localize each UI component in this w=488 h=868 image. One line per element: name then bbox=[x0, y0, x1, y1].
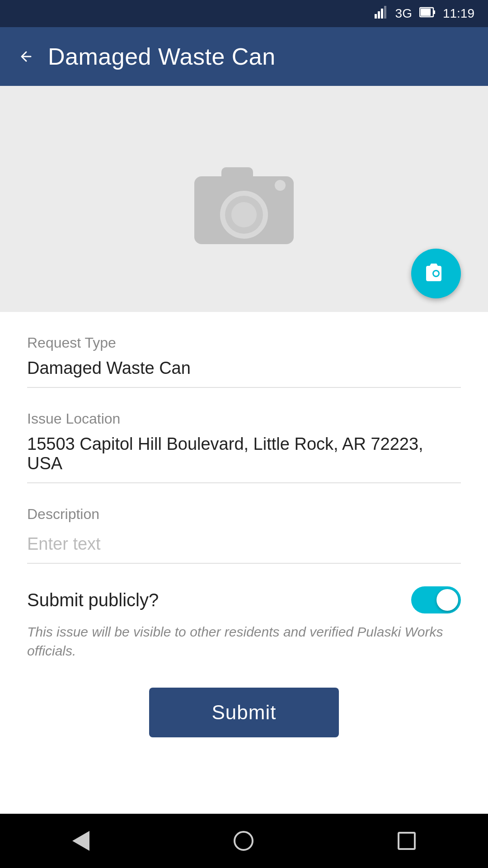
issue-location-value: 15503 Capitol Hill Boulevard, Little Roc… bbox=[27, 434, 461, 483]
request-type-label: Request Type bbox=[27, 335, 461, 351]
svg-rect-1 bbox=[378, 11, 380, 19]
page-title: Damaged Waste Can bbox=[48, 43, 276, 70]
photo-section bbox=[0, 86, 488, 312]
nav-back-button[interactable] bbox=[72, 831, 89, 851]
time-label: 11:19 bbox=[443, 6, 474, 21]
svg-rect-0 bbox=[375, 14, 377, 19]
battery-icon bbox=[419, 6, 436, 21]
nav-home-button[interactable] bbox=[234, 831, 253, 851]
content-area: Request Type Damaged Waste Can Issue Loc… bbox=[0, 86, 488, 814]
status-bar: 3G 11:19 bbox=[0, 0, 488, 27]
app-bar: Damaged Waste Can bbox=[0, 27, 488, 86]
description-label: Description bbox=[27, 506, 461, 523]
svg-rect-8 bbox=[221, 167, 253, 181]
svg-rect-5 bbox=[433, 10, 435, 14]
submit-publicly-note: This issue will be visible to other resi… bbox=[27, 623, 461, 660]
camera-fab-button[interactable] bbox=[411, 249, 461, 298]
network-signal-icon bbox=[375, 6, 388, 22]
network-type-label: 3G bbox=[395, 6, 412, 21]
submit-button[interactable]: Submit bbox=[149, 688, 339, 737]
svg-rect-6 bbox=[421, 9, 431, 16]
toggle-track bbox=[411, 586, 461, 613]
form-section: Request Type Damaged Waste Can Issue Loc… bbox=[0, 312, 488, 814]
bottom-nav bbox=[0, 814, 488, 868]
svg-rect-3 bbox=[384, 6, 386, 19]
nav-recents-button[interactable] bbox=[398, 832, 416, 850]
issue-location-label: Issue Location bbox=[27, 410, 461, 427]
submit-publicly-toggle[interactable] bbox=[411, 586, 461, 613]
toggle-thumb bbox=[436, 589, 458, 611]
description-input[interactable] bbox=[27, 530, 461, 564]
svg-point-12 bbox=[275, 180, 286, 191]
svg-point-11 bbox=[231, 202, 257, 227]
submit-publicly-label: Submit publicly? bbox=[27, 590, 159, 610]
svg-rect-2 bbox=[381, 9, 383, 19]
photo-placeholder bbox=[190, 154, 298, 244]
back-button[interactable] bbox=[18, 48, 34, 65]
submit-publicly-row: Submit publicly? bbox=[27, 586, 461, 613]
request-type-value: Damaged Waste Can bbox=[27, 359, 461, 388]
svg-point-14 bbox=[434, 271, 438, 276]
